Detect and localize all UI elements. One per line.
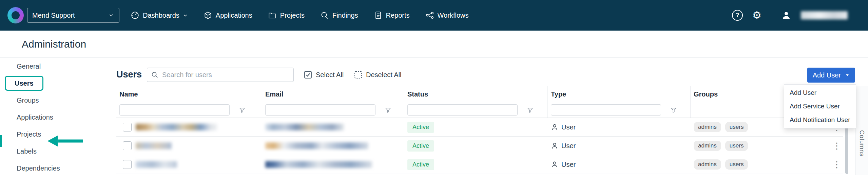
table-row: Active User admins users ⋮: [116, 118, 843, 137]
nav-label: Applications: [216, 12, 252, 19]
name-filter-input[interactable]: [119, 104, 230, 116]
help-glyph: ?: [736, 12, 739, 19]
mend-logo-icon[interactable]: [7, 7, 24, 23]
nav-label: Reports: [386, 12, 410, 19]
annotation-arrow-icon: [47, 134, 85, 148]
help-icon[interactable]: ?: [732, 10, 743, 21]
select-all-button[interactable]: Select All: [304, 68, 344, 82]
table-row: Active User admins users ⋮: [116, 155, 843, 174]
chevron-down-icon: [108, 12, 114, 18]
user-avatar-icon[interactable]: [781, 10, 791, 20]
user-email-redacted: [265, 161, 372, 168]
email-filter-input[interactable]: [265, 104, 375, 116]
menu-item-add-notification-user[interactable]: Add Notification User: [784, 113, 856, 127]
selected-item-edge-marker: [0, 135, 2, 147]
workflows-icon: [425, 11, 434, 20]
nav-dashboards[interactable]: Dashboards: [131, 11, 188, 20]
table-header-row: Name Email Status Type Groups: [116, 86, 843, 102]
group-chip: users: [725, 159, 748, 170]
add-user-dropdown-menu: Add User Add Service User Add Notificati…: [784, 84, 856, 128]
page-title: Administration: [22, 38, 86, 50]
search-icon: [151, 71, 158, 78]
add-user-button[interactable]: Add User: [807, 68, 855, 83]
row-actions-menu-icon[interactable]: ⋮: [832, 160, 841, 169]
row-checkbox[interactable]: [123, 160, 132, 169]
user-type-label: User: [561, 142, 576, 150]
reports-icon: [374, 11, 383, 20]
filter-funnel-icon[interactable]: [671, 107, 677, 113]
user-name-redacted: [136, 161, 177, 168]
sidebar-item-applications[interactable]: Applications: [0, 109, 104, 126]
user-type-icon: [551, 142, 558, 150]
status-badge: Active: [407, 140, 434, 152]
row-actions-menu-icon[interactable]: ⋮: [832, 141, 841, 150]
nav-workflows[interactable]: Workflows: [425, 11, 469, 20]
nav-label: Workflows: [438, 12, 469, 19]
sidebar-item-dependencies[interactable]: Dependencies: [0, 160, 104, 175]
findings-icon: [320, 11, 329, 20]
chevron-down-icon: [183, 13, 188, 18]
status-badge: Active: [407, 159, 434, 170]
column-header-type[interactable]: Type: [548, 86, 691, 102]
columns-side-panel-label: Columns: [858, 130, 865, 157]
sidebar-item-general[interactable]: General: [0, 58, 104, 75]
gear-glyph: ⚙: [752, 10, 761, 21]
row-checkbox[interactable]: [123, 141, 132, 150]
filter-funnel-icon[interactable]: [239, 107, 245, 113]
select-all-label: Select All: [316, 71, 344, 79]
gear-icon[interactable]: ⚙: [752, 10, 761, 20]
top-navigation: Dashboards Applications Projects Finding…: [131, 0, 468, 31]
users-table: Name Email Status Type Groups: [116, 86, 843, 174]
deselect-all-label: Deselect All: [366, 71, 402, 79]
checkbox-checked-icon: [304, 70, 312, 79]
checkbox-dashed-icon: [354, 70, 363, 79]
filter-funnel-icon[interactable]: [527, 107, 533, 113]
search-input[interactable]: [147, 68, 294, 82]
user-type-icon: [551, 123, 558, 131]
nav-findings[interactable]: Findings: [320, 11, 358, 20]
user-type-label: User: [561, 161, 576, 169]
user-email-redacted: [265, 142, 368, 149]
column-header-email[interactable]: Email: [262, 86, 404, 102]
row-checkbox[interactable]: [123, 123, 132, 132]
filter-funnel-icon[interactable]: [385, 107, 391, 113]
users-heading: Users: [116, 69, 142, 80]
dashboards-icon: [131, 11, 139, 20]
column-header-status[interactable]: Status: [404, 86, 548, 102]
group-chip: users: [725, 122, 748, 132]
users-panel: Users Select All Deselect All Add User A…: [104, 58, 868, 175]
menu-item-add-service-user[interactable]: Add Service User: [784, 100, 856, 113]
columns-side-panel-tab[interactable]: Columns: [855, 86, 868, 175]
nav-label: Projects: [280, 12, 305, 19]
menu-item-add-user[interactable]: Add User: [784, 86, 856, 100]
group-chip: admins: [694, 122, 721, 132]
user-search: [147, 68, 294, 82]
nav-projects[interactable]: Projects: [268, 11, 305, 20]
group-chip: admins: [694, 159, 721, 170]
column-header-name[interactable]: Name: [116, 86, 262, 102]
user-name-redacted: [136, 124, 217, 130]
caret-down-icon: [845, 73, 850, 77]
table-filter-row: [116, 102, 843, 118]
user-name-redacted: [136, 142, 172, 149]
nav-reports[interactable]: Reports: [374, 11, 410, 20]
applications-icon: [204, 11, 212, 20]
type-filter-input[interactable]: [551, 104, 661, 116]
admin-sidebar: General Users Groups Applications Projec…: [0, 58, 104, 175]
nav-label: Findings: [332, 12, 358, 19]
status-filter-input[interactable]: [407, 104, 518, 116]
group-chip: users: [725, 141, 748, 151]
nav-label: Dashboards: [143, 12, 179, 19]
user-type-label: User: [561, 123, 576, 131]
group-chip: admins: [694, 141, 721, 151]
sidebar-item-groups[interactable]: Groups: [0, 92, 104, 109]
projects-icon: [268, 11, 277, 20]
org-selector-dropdown[interactable]: Mend Support: [27, 8, 119, 23]
nav-applications[interactable]: Applications: [204, 11, 252, 20]
deselect-all-button[interactable]: Deselect All: [354, 68, 402, 82]
add-user-button-label: Add User: [813, 71, 841, 79]
vertical-scrollbar-thumb[interactable]: [845, 123, 848, 174]
topbar-right: ? ⚙: [732, 0, 848, 31]
sidebar-item-users[interactable]: Users: [0, 75, 104, 92]
user-name-redacted: [801, 11, 848, 19]
